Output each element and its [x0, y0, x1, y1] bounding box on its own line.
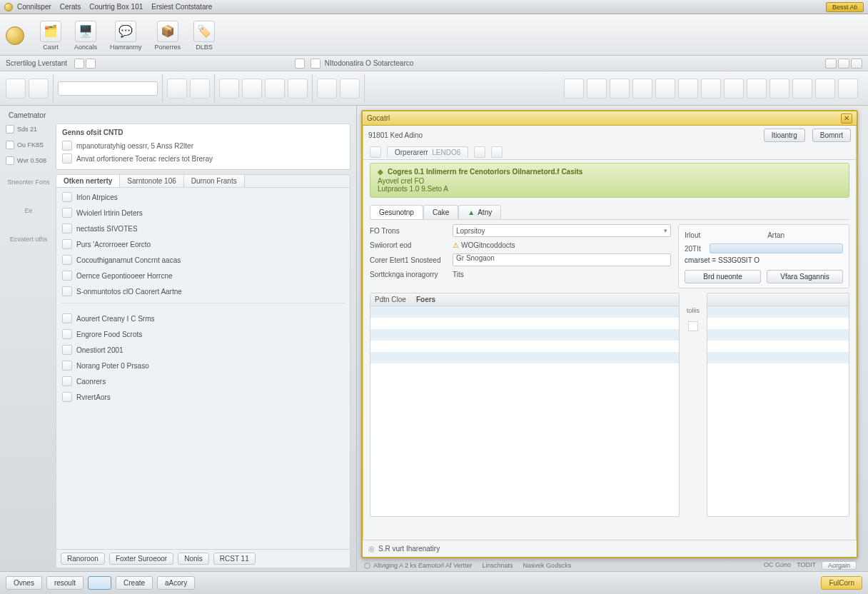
toolbar-icon[interactable] — [769, 79, 789, 99]
toolbar-icon[interactable] — [340, 79, 360, 99]
radio-icon[interactable] — [364, 563, 370, 569]
app-orb-icon — [4, 3, 13, 11]
nav-tab-0[interactable]: Gesunotnp — [370, 205, 423, 219]
toolbar-icon[interactable] — [242, 79, 262, 99]
list-tab-1[interactable]: Foers — [416, 296, 435, 303]
doc-button-1[interactable]: Bomnrt — [812, 129, 851, 142]
ribbon-item-1[interactable]: 🖥️Aoncals — [74, 21, 97, 51]
arrow-left-icon[interactable] — [295, 59, 305, 69]
tab-0[interactable]: Otken nerterty — [56, 175, 120, 187]
item-icon — [62, 286, 72, 296]
left-lower-panel: Otken nerterty Sarntonote 106 Durnon Fra… — [56, 174, 350, 568]
square-icon[interactable] — [688, 321, 698, 331]
ribbon-item-3[interactable]: 📦Ponerres — [155, 21, 181, 51]
left-content-box: Genns ofsit CNTD mpanoturatyhig oessrr, … — [56, 124, 350, 170]
card-button-0[interactable]: Brd nueonte — [685, 270, 761, 283]
list-item[interactable]: Purs 'Acrorroeer Eorcto — [61, 238, 345, 251]
toolbar-icon[interactable] — [219, 79, 239, 99]
minimize-icon[interactable] — [825, 59, 837, 69]
toolbar-icon[interactable] — [288, 79, 308, 99]
list-item[interactable]: Wviolerl Irtirin Deters — [61, 206, 345, 219]
tab-2[interactable]: Durnon Frants — [184, 175, 245, 187]
toolbar-icon[interactable] — [317, 79, 337, 99]
toolbar-icon[interactable] — [167, 79, 187, 99]
toolbar-icon[interactable] — [655, 79, 675, 99]
warning-text: WOGitncoddocts — [453, 241, 671, 249]
toolbar-icon[interactable] — [838, 79, 858, 99]
status-button-0[interactable]: Ovnes — [6, 576, 42, 590]
detail-card: Irlout Artan 20TIt cmarset = SS3G0SIT O … — [678, 224, 849, 288]
card-button-1[interactable]: Vfara Sagannis — [767, 270, 843, 283]
chip-icon[interactable] — [370, 146, 381, 158]
list-item[interactable]: mpanoturatyhig oessrr, 5 Anss R2lter — [62, 139, 344, 152]
toolbar-icon[interactable] — [724, 79, 744, 99]
status-button-1[interactable]: resoult — [46, 576, 84, 590]
list-item[interactable]: Cocouthiganarnut Concrnt aacas — [61, 253, 345, 266]
list-tab-0[interactable]: Pdtn Cloe — [375, 296, 406, 303]
toolbar-icon[interactable] — [701, 79, 721, 99]
tab-1[interactable]: Sarntonote 106 — [120, 175, 183, 187]
ribbon-item-4[interactable]: 🏷️DLBS — [193, 21, 215, 51]
arrow-right-icon[interactable] — [311, 59, 321, 69]
toolbar-icon[interactable] — [190, 79, 210, 99]
list-item[interactable]: RvrertAors — [61, 391, 345, 403]
list-item[interactable]: S-onmuntotos clO Caorert Aartne — [61, 285, 345, 298]
toolbar-icon[interactable] — [564, 79, 584, 99]
status-button-right[interactable]: FulCorn — [821, 576, 862, 590]
text-input[interactable]: Gr Snogaon — [453, 253, 671, 266]
list-item[interactable]: Aourert Creany I C Srms — [61, 312, 345, 325]
nav-tab-1[interactable]: Cake — [423, 205, 458, 219]
status-button-2[interactable] — [88, 576, 111, 590]
toolbar-icon[interactable] — [747, 79, 767, 99]
list-item[interactable]: Norang Poter 0 Prsaso — [61, 359, 345, 372]
list-item[interactable]: nectastis SIVOTES — [61, 222, 345, 235]
list-item[interactable]: Anvat orfortionere Toerac reclers tot Br… — [62, 152, 344, 165]
toolbar-icon[interactable] — [610, 79, 630, 99]
toolbar-icon[interactable] — [265, 79, 285, 99]
small-input[interactable] — [709, 229, 759, 241]
under-button[interactable]: Aorgain — [822, 561, 857, 570]
sidebar-item-0[interactable]: Sds 21 — [6, 125, 51, 134]
list-item[interactable]: Onestiort 2001 — [61, 343, 345, 356]
close-icon[interactable]: ✕ — [841, 114, 852, 124]
select-input[interactable]: Loprsitoy — [453, 224, 671, 237]
sidebar-item-2[interactable]: Wvr 0.508 — [6, 156, 51, 165]
close-icon[interactable] — [851, 59, 862, 69]
maximize-icon[interactable] — [838, 59, 849, 69]
item-icon — [62, 255, 72, 265]
foot-button-0[interactable]: Ranoroon — [61, 553, 105, 565]
status-button-3[interactable]: Create — [116, 576, 153, 590]
list-item[interactable]: Caonrers — [61, 375, 345, 388]
list-item[interactable]: Oernce Gepontiooeer Horrcne — [61, 269, 345, 282]
doc-tab-main[interactable]: Orperarerr LENDO6 — [387, 146, 468, 158]
ribbon-item-2[interactable]: 💬Hamranrny — [110, 21, 142, 51]
toolbar-icon[interactable] — [792, 79, 812, 99]
toolbar-icon[interactable] — [587, 79, 607, 99]
sidebar-item-1[interactable]: Ou FK8S — [6, 141, 51, 149]
chip-icon[interactable] — [491, 146, 503, 158]
bottom-input[interactable] — [370, 521, 849, 535]
document-footer: S.R vurt Iharenatiry — [363, 540, 857, 557]
nav-tab-2[interactable]: ▲Atny — [458, 205, 501, 219]
toolbar-icon[interactable] — [6, 79, 26, 99]
flip-icon[interactable] — [74, 59, 84, 69]
search-input[interactable] — [58, 81, 158, 96]
toolbar-icon[interactable] — [632, 79, 652, 99]
toolbar-icon[interactable] — [678, 79, 698, 99]
list-item[interactable]: Irlon Atrpices — [61, 191, 345, 203]
foot-button-3[interactable]: RCST 11 — [213, 553, 256, 565]
list-item[interactable]: Engrore Food Scrots — [61, 328, 345, 341]
foot-button-1[interactable]: Foxter Suroeoor — [109, 553, 173, 565]
small-input[interactable] — [793, 229, 843, 241]
flip-icon-2[interactable] — [86, 59, 96, 69]
foot-button-2[interactable]: Nonis — [178, 553, 209, 565]
chip-icon[interactable] — [474, 146, 485, 158]
ribbon-item-0[interactable]: 🗂️Casrt — [40, 21, 61, 51]
banner-line-1: Cogres 0.1 Inlimerrn fre Cenotorlors Oil… — [378, 168, 842, 176]
toolbar-icon[interactable] — [815, 79, 835, 99]
ribbon-orb-icon[interactable] — [6, 26, 24, 45]
doc-button-0[interactable]: Itioantrg — [764, 129, 805, 142]
toolbar-icon[interactable] — [29, 79, 49, 99]
status-button-4[interactable]: aAcory — [157, 576, 195, 590]
doc-icon — [62, 153, 72, 163]
